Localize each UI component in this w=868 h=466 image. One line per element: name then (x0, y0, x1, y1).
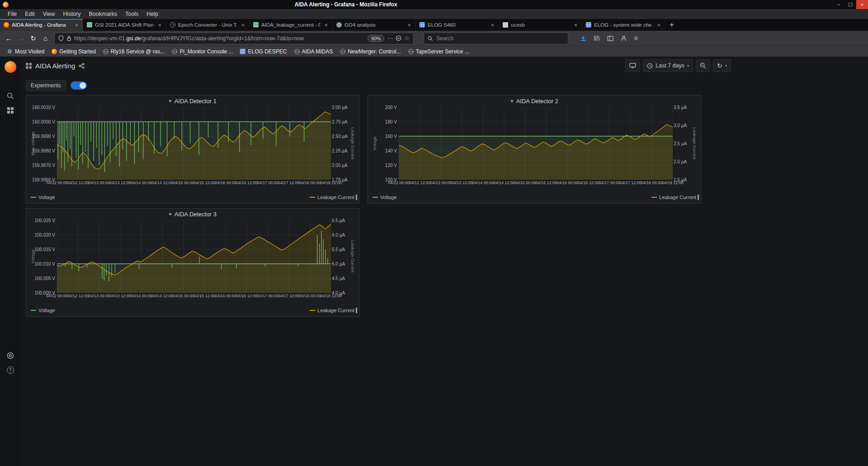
tab-close-icon[interactable]: × (573, 22, 578, 29)
tab-close-icon[interactable]: × (656, 22, 661, 29)
sidebar-search-icon[interactable] (0, 89, 20, 103)
bookmark-item[interactable]: Rly16 Service @ ras... (99, 46, 169, 57)
browser-tab[interactable]: ELOG S460 × (416, 19, 499, 31)
sidebar-help-icon[interactable]: ? (0, 363, 20, 377)
x-axis-tick: 04/18 12:00 (662, 181, 684, 185)
bookmark-item[interactable]: TapeServer Service ... (405, 46, 473, 57)
browser-tab[interactable]: ELOG - system wide che... × (582, 19, 665, 31)
plot-region[interactable] (57, 220, 331, 293)
back-button[interactable]: ← (3, 32, 15, 44)
menu-item[interactable]: Edit (21, 9, 39, 19)
app-menu-icon[interactable]: ≡ (634, 34, 638, 43)
panel-title[interactable]: AIDA Detector 1 (175, 98, 217, 105)
panel-title[interactable]: AIDA Detector 2 (516, 98, 558, 105)
x-axis-tick: 04/16 12:00 (236, 294, 258, 298)
menu-item[interactable]: Tools (121, 9, 142, 19)
tab-close-icon[interactable]: × (74, 22, 79, 29)
bookmark-item[interactable]: Pi_Monitor Console ... (168, 46, 236, 57)
legend-item[interactable]: Leakage Current (310, 308, 354, 313)
right-axis-label: Leakage Current (350, 128, 355, 160)
browser-tab[interactable]: GSI 2021 AIDA Shift Plan × (83, 19, 166, 31)
chart-area[interactable]: Bias Voltage 160.0010 V160.0000 V159.999… (30, 107, 355, 180)
bookmark-star-icon[interactable]: ☆ (404, 35, 410, 42)
home-button[interactable]: ⌂ (39, 32, 52, 44)
cycle-view-button[interactable] (625, 59, 640, 72)
tracking-shield-icon[interactable] (58, 35, 64, 41)
bookmark-label: Most Visited (15, 48, 44, 55)
right-axis-label: Leakage Current (692, 128, 697, 160)
experiments-toggle[interactable] (71, 81, 87, 90)
panel-header[interactable]: ♥ AIDA Detector 3 (26, 209, 359, 219)
pocket-icon[interactable] (396, 35, 401, 41)
panel-header[interactable]: ♥ AIDA Detector 2 (368, 95, 701, 106)
forward-button[interactable]: → (15, 32, 27, 44)
y-axis-tick: 3.5 µA (674, 105, 687, 110)
zoom-level-badge[interactable]: 90% (368, 35, 384, 42)
legend-item[interactable]: Leakage Current (651, 195, 696, 200)
tab-close-icon[interactable]: × (406, 22, 412, 29)
reload-button[interactable]: ↻ (27, 32, 39, 44)
downloads-icon[interactable] (580, 35, 586, 42)
menu-item[interactable]: File (4, 9, 21, 19)
browser-tab[interactable]: AIDA_leakage_current - G... × (250, 19, 333, 31)
share-icon[interactable] (79, 63, 85, 69)
legend-series-color (651, 197, 657, 198)
browser-tab[interactable]: AIDA Alerting - Grafana × (0, 19, 83, 31)
grafana-logo-icon[interactable] (5, 61, 16, 73)
chart-area[interactable]: Voltage 100.025 V100.020 V100.015 V100.0… (30, 220, 355, 293)
browser-tab[interactable]: Epoch Converter - Unix T... × (166, 19, 250, 31)
url-text[interactable]: https://despec-vm-01.gsi.de/grafana/d/tH… (74, 35, 365, 42)
legend-item[interactable]: Voltage (31, 195, 55, 200)
new-tab-button[interactable]: + (665, 19, 678, 31)
y-axis-tick: 160 V (385, 134, 397, 139)
bookmark-label: Pi_Monitor Console ... (179, 48, 233, 55)
time-range-picker[interactable]: Last 7 days ▾ (643, 59, 693, 72)
menu-item[interactable]: View (39, 9, 59, 19)
refresh-button[interactable]: ↻ ▾ (713, 59, 731, 72)
refresh-interval-chevron-icon[interactable]: ▾ (725, 64, 727, 68)
bookmark-item[interactable]: ELOG DESPEC (236, 46, 290, 57)
legend-item[interactable]: Voltage (31, 308, 55, 313)
tab-close-icon[interactable]: × (323, 22, 329, 29)
search-bar[interactable] (424, 33, 568, 44)
sidebar-dashboards-icon[interactable] (0, 104, 20, 117)
minimize-button[interactable]: − (833, 0, 844, 9)
account-icon[interactable] (621, 35, 627, 41)
tab-close-icon[interactable]: × (157, 22, 162, 29)
chart-area[interactable]: Voltage 200 V180 V160 V140 V120 V100 V 3… (372, 107, 697, 180)
legend-item[interactable]: Leakage Current (310, 195, 354, 200)
close-button[interactable]: × (856, 0, 868, 9)
tab-close-icon[interactable]: × (240, 22, 245, 29)
search-input[interactable] (435, 35, 564, 42)
legend-scrollbar[interactable] (356, 195, 357, 200)
legend-scrollbar[interactable] (698, 195, 699, 200)
x-axis-tick: 04/13 12:00 (109, 181, 131, 185)
bookmark-item[interactable]: NewMerger: Control... (336, 46, 404, 57)
bookmark-item[interactable]: Getting Started (48, 46, 99, 57)
maximize-button[interactable]: ☐ (844, 0, 856, 9)
dashboard-title[interactable]: AIDA Alerting (35, 62, 75, 70)
sidebar-signout-icon[interactable] (0, 349, 20, 362)
url-bar[interactable]: https://despec-vm-01.gsi.de/grafana/d/tH… (54, 33, 414, 44)
browser-tab[interactable]: ucesb × (499, 19, 582, 31)
x-axis-tick: 04/13 12:00 (109, 294, 131, 298)
zoom-out-button[interactable] (696, 59, 710, 72)
plot-region[interactable] (57, 107, 331, 180)
lock-icon[interactable] (66, 36, 71, 41)
panel-header[interactable]: ♥ AIDA Detector 1 (26, 95, 359, 106)
tab-close-icon[interactable]: × (490, 22, 495, 29)
sidebar-toggle-icon[interactable] (607, 36, 613, 41)
menu-item[interactable]: History (59, 9, 85, 19)
bookmark-item[interactable]: Most Visited (4, 46, 48, 57)
menu-item[interactable]: Help (142, 9, 162, 19)
page-actions-icon[interactable]: ⋯ (387, 35, 393, 42)
browser-tab[interactable]: GO4 analysis × (333, 19, 416, 31)
window-titlebar: AIDA Alerting - Grafana - Mozilla Firefo… (0, 0, 868, 9)
legend-item[interactable]: Voltage (373, 195, 397, 200)
library-icon[interactable] (594, 35, 600, 41)
bookmark-item[interactable]: AIDA MIDAS (291, 46, 337, 57)
menu-item[interactable]: Bookmarks (85, 9, 121, 19)
legend-scrollbar[interactable] (356, 308, 357, 313)
plot-region[interactable] (399, 107, 673, 180)
panel-title[interactable]: AIDA Detector 3 (175, 211, 217, 218)
